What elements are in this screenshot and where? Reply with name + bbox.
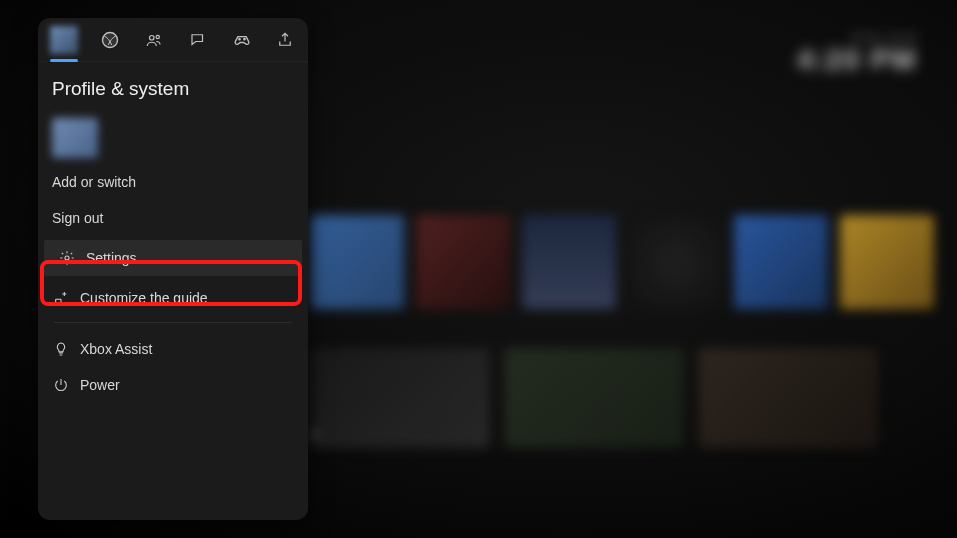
dashboard-tile: [840, 215, 934, 309]
tab-profile[interactable]: [50, 26, 78, 54]
customize-icon: [52, 289, 70, 307]
svg-point-5: [243, 38, 244, 39]
svg-point-3: [156, 35, 159, 38]
people-icon[interactable]: [143, 29, 165, 51]
dashboard-tile: [416, 215, 510, 309]
dashboard-tile: [734, 215, 828, 309]
menu-sign-out[interactable]: Sign out: [38, 200, 308, 236]
dashboard-wide-row: [310, 348, 878, 448]
svg-point-4: [238, 38, 239, 39]
menu-power[interactable]: Power: [38, 367, 308, 403]
guide-panel: Profile & system Add or switch Sign out …: [38, 18, 308, 520]
dashboard-tile-row: [310, 215, 934, 309]
current-user-block[interactable]: [38, 108, 308, 164]
svg-point-6: [65, 256, 69, 260]
menu-customize-guide[interactable]: Customize the guide: [38, 280, 308, 316]
svg-point-2: [150, 35, 155, 40]
controller-icon[interactable]: [231, 29, 253, 51]
clock: ● ● ¦ ● ● 4:20 PM: [797, 30, 917, 76]
dashboard-footnote: A: [310, 428, 320, 440]
dashboard-tile: [310, 348, 490, 448]
xbox-logo-icon[interactable]: [100, 29, 122, 51]
dashboard-tile: [522, 215, 616, 309]
menu-settings[interactable]: Settings: [44, 240, 302, 276]
menu-label: Xbox Assist: [80, 341, 152, 357]
gear-icon: [58, 249, 76, 267]
menu-label: Power: [80, 377, 120, 393]
dashboard-tile: [628, 215, 722, 309]
guide-tabs: [38, 18, 308, 62]
menu-label: Sign out: [52, 210, 103, 226]
clock-status-row: ● ● ¦ ● ●: [797, 30, 917, 44]
dashboard-tile: [504, 348, 684, 448]
dashboard-tile: [310, 215, 404, 309]
clock-time: 4:20 PM: [797, 44, 917, 76]
chat-icon[interactable]: [187, 29, 209, 51]
lightbulb-icon: [52, 340, 70, 358]
menu-xbox-assist[interactable]: Xbox Assist: [38, 331, 308, 367]
menu-label: Customize the guide: [80, 290, 208, 306]
tab-underline: [50, 59, 78, 62]
dashboard-tile: [698, 348, 878, 448]
menu-label: Settings: [86, 250, 137, 266]
power-icon: [52, 376, 70, 394]
menu-label: Add or switch: [52, 174, 136, 190]
share-icon[interactable]: [274, 29, 296, 51]
menu-add-or-switch[interactable]: Add or switch: [38, 164, 308, 200]
user-avatar: [52, 118, 98, 158]
guide-title: Profile & system: [38, 62, 308, 108]
menu-divider: [54, 322, 292, 323]
